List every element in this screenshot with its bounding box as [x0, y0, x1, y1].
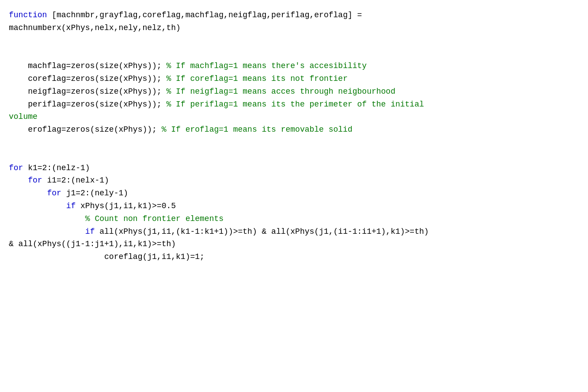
code-viewer: function [machnmbr,grayflag,coreflag,mac… [9, 9, 579, 392]
code-line: volume [9, 110, 579, 123]
code-token [9, 214, 85, 223]
code-token: & all(xPhys((j1-1:j1+1),i1,k1)>=th) [9, 240, 176, 248]
comment-token: % If neigflag=1 means acces through neig… [166, 87, 395, 96]
blank-line [9, 34, 579, 47]
code-token: j1=2:(nely-1) [61, 189, 128, 198]
code-line: coreflag=zeros(size(xPhys)); % If corefl… [9, 72, 579, 85]
code-token [9, 176, 28, 185]
comment-token: % Count non frontier elements [85, 214, 224, 223]
code-line: if xPhys(j1,i1,k1)>=0.5 [9, 200, 579, 213]
comment-token: % If machflag=1 means there's accesibili… [166, 61, 367, 70]
code-token: coreflag(j1,i1,k1)=1; [9, 252, 205, 261]
code-token: i1=2:(nelx-1) [42, 176, 109, 185]
code-line: for j1=2:(nely-1) [9, 187, 579, 200]
code-line: machflag=zeros(size(xPhys)); % If machfl… [9, 60, 579, 72]
code-token: all(xPhys(j1,i1,(k1-1:k1+1))>=th) & all(… [95, 227, 429, 236]
code-token: coreflag=zeros(size(xPhys)); [9, 74, 166, 83]
code-line: neigflag=zeros(size(xPhys)); % If neigfl… [9, 85, 579, 98]
blank-line [9, 149, 579, 162]
code-line: coreflag(j1,i1,k1)=1; [9, 251, 579, 263]
keyword-token: if [85, 227, 95, 236]
code-line: & all(xPhys((j1-1:j1+1),i1,k1)>=th) [9, 238, 579, 251]
keyword-token: for [28, 176, 42, 185]
code-token [9, 189, 47, 198]
comment-token: volume [9, 112, 38, 121]
code-line: machnumberx(xPhys,nelx,nely,nelz,th) [9, 22, 579, 34]
comment-token: % If coreflag=1 means its not frontier [166, 74, 347, 83]
comment-token: % If periflag=1 means its the perimeter … [166, 100, 424, 109]
code-token: periflag=zeros(size(xPhys)); [9, 100, 166, 109]
keyword-token: for [47, 189, 61, 198]
code-token: xPhys(j1,i1,k1)>=0.5 [76, 202, 176, 210]
code-token [9, 227, 85, 236]
code-line: function [machnmbr,grayflag,coreflag,mac… [9, 9, 579, 22]
code-token: machnumberx(xPhys,nelx,nely,nelz,th) [9, 23, 181, 32]
code-line: periflag=zeros(size(xPhys)); % If perifl… [9, 98, 579, 111]
code-token: neigflag=zeros(size(xPhys)); [9, 87, 166, 96]
keyword-token: function [9, 11, 47, 19]
code-token: [machnmbr,grayflag,coreflag,machflag,nei… [47, 11, 362, 19]
blank-line [9, 47, 579, 60]
keyword-token: if [66, 202, 76, 210]
code-token [9, 202, 66, 210]
comment-token: % If eroflag=1 means its removable solid [162, 125, 353, 134]
code-token: eroflag=zeros(size(xPhys)); [9, 125, 162, 134]
code-line: for i1=2:(nelx-1) [9, 174, 579, 187]
code-line: if all(xPhys(j1,i1,(k1-1:k1+1))>=th) & a… [9, 225, 579, 238]
code-line: for k1=2:(nelz-1) [9, 162, 579, 175]
code-token: k1=2:(nelz-1) [23, 164, 90, 172]
code-line: % Count non frontier elements [9, 213, 579, 225]
code-line: eroflag=zeros(size(xPhys)); % If eroflag… [9, 123, 579, 136]
blank-line [9, 136, 579, 149]
keyword-token: for [9, 164, 23, 172]
code-token: machflag=zeros(size(xPhys)); [9, 61, 166, 70]
